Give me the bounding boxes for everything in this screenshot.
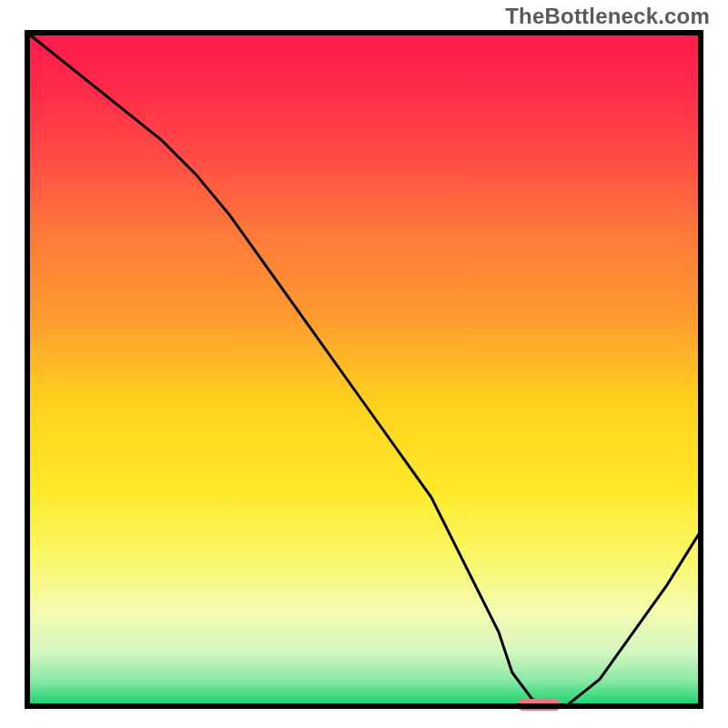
bottleneck-chart (0, 0, 728, 728)
chart-container: TheBottleneck.com (0, 0, 728, 728)
plot-background (27, 33, 701, 706)
